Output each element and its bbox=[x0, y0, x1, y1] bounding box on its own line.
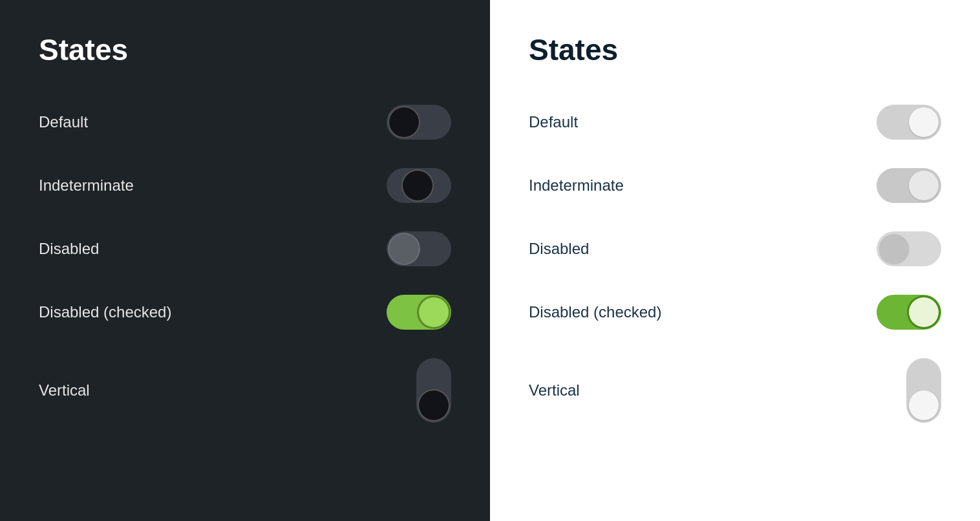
dark-indeterminate-toggle-wrap[interactable] bbox=[387, 168, 451, 203]
dark-vertical-knob bbox=[419, 390, 449, 420]
dark-panel: States Default Indeterminate Disabled Di… bbox=[0, 0, 490, 521]
dark-disabled-checked-toggle bbox=[387, 295, 451, 330]
dark-disabled-toggle bbox=[387, 231, 451, 266]
light-panel: States Default Indeterminate Disabled Di… bbox=[490, 0, 980, 521]
dark-disabled-checked-row: Disabled (checked) bbox=[39, 281, 451, 344]
dark-indeterminate-label: Indeterminate bbox=[39, 176, 134, 195]
light-vertical-label: Vertical bbox=[529, 381, 580, 399]
light-default-row: Default bbox=[529, 90, 941, 154]
light-vertical-knob bbox=[909, 390, 939, 420]
light-disabled-toggle bbox=[877, 231, 941, 266]
dark-vertical-toggle-wrap[interactable] bbox=[416, 358, 451, 423]
light-indeterminate-toggle[interactable] bbox=[877, 168, 941, 203]
dark-disabled-checked-knob bbox=[419, 297, 449, 327]
dark-disabled-checked-toggle-wrap bbox=[387, 295, 451, 330]
light-disabled-knob bbox=[879, 234, 909, 264]
dark-vertical-toggle[interactable] bbox=[416, 358, 451, 423]
light-disabled-row: Disabled bbox=[529, 217, 941, 281]
light-disabled-checked-toggle bbox=[877, 295, 941, 330]
light-disabled-checked-label: Disabled (checked) bbox=[529, 303, 661, 321]
light-default-toggle[interactable] bbox=[877, 105, 941, 140]
light-disabled-checked-toggle-wrap bbox=[877, 295, 941, 330]
dark-default-toggle[interactable] bbox=[387, 105, 451, 140]
light-disabled-checked-knob bbox=[909, 297, 939, 327]
dark-default-row: Default bbox=[39, 90, 451, 154]
light-indeterminate-row: Indeterminate bbox=[529, 154, 941, 217]
light-indeterminate-label: Indeterminate bbox=[529, 176, 624, 195]
light-vertical-row: Vertical bbox=[529, 344, 941, 437]
dark-disabled-toggle-wrap bbox=[387, 231, 451, 266]
light-vertical-toggle[interactable] bbox=[906, 358, 941, 423]
light-disabled-label: Disabled bbox=[529, 240, 589, 258]
dark-disabled-checked-label: Disabled (checked) bbox=[39, 303, 171, 321]
light-default-label: Default bbox=[529, 113, 578, 131]
light-indeterminate-toggle-wrap[interactable] bbox=[877, 168, 941, 203]
dark-vertical-row: Vertical bbox=[39, 344, 451, 437]
dark-default-knob bbox=[389, 107, 419, 137]
dark-disabled-row: Disabled bbox=[39, 217, 451, 281]
light-indeterminate-knob bbox=[909, 171, 939, 200]
dark-disabled-label: Disabled bbox=[39, 240, 99, 258]
dark-default-toggle-wrap[interactable] bbox=[387, 105, 451, 140]
light-panel-title: States bbox=[529, 32, 941, 67]
dark-indeterminate-toggle[interactable] bbox=[387, 168, 451, 203]
light-disabled-toggle-wrap bbox=[877, 231, 941, 266]
dark-indeterminate-row: Indeterminate bbox=[39, 154, 451, 217]
light-vertical-toggle-wrap[interactable] bbox=[906, 358, 941, 423]
light-disabled-checked-row: Disabled (checked) bbox=[529, 281, 941, 344]
dark-default-label: Default bbox=[39, 113, 88, 131]
light-default-knob bbox=[909, 107, 939, 137]
light-default-toggle-wrap[interactable] bbox=[877, 105, 941, 140]
dark-indeterminate-knob bbox=[403, 171, 432, 200]
dark-disabled-knob bbox=[389, 234, 419, 264]
dark-vertical-label: Vertical bbox=[39, 381, 90, 399]
dark-panel-title: States bbox=[39, 32, 451, 67]
